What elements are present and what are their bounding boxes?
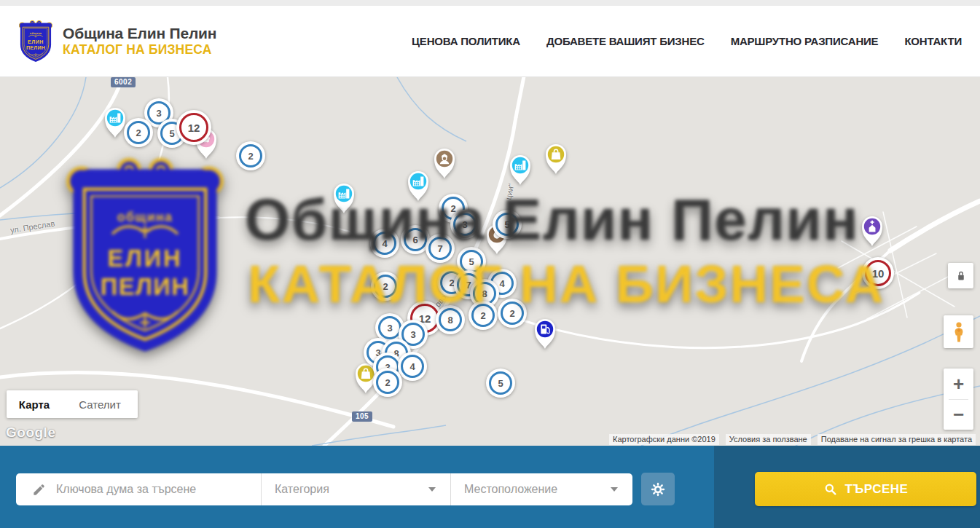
search-button[interactable]: ТЪРСЕНЕ bbox=[755, 472, 976, 506]
cluster-count: 4 bbox=[499, 278, 504, 289]
cluster-marker[interactable]: 2 bbox=[371, 272, 400, 301]
chevron-down-icon bbox=[611, 487, 618, 492]
cluster-count: 5 bbox=[469, 256, 474, 267]
church-pin[interactable] bbox=[858, 213, 887, 248]
cluster-marker[interactable]: 3 bbox=[450, 210, 479, 239]
nav-item-0[interactable]: ЦЕНОВА ПОЛИТИКА bbox=[412, 35, 520, 47]
map-canvas[interactable]: ул. Преславбул. „Новоселци“ции“ 6002105 bbox=[0, 77, 980, 446]
search-panel: Категория Местоположение bbox=[0, 446, 980, 528]
cluster-marker[interactable]: 5 bbox=[493, 210, 522, 239]
cluster-marker[interactable]: 5 bbox=[486, 369, 515, 398]
cluster-count: 6 bbox=[412, 235, 418, 245]
factory-pin[interactable] bbox=[506, 151, 535, 186]
cluster-count: 8 bbox=[482, 288, 487, 299]
attribution-link-2[interactable]: Подаване на сигнал за грешка в картата bbox=[818, 434, 976, 445]
bag-icon bbox=[541, 141, 571, 176]
advanced-search-button[interactable] bbox=[641, 473, 675, 505]
church-icon bbox=[858, 213, 887, 248]
factory-pin[interactable] bbox=[329, 180, 358, 215]
keyword-input[interactable] bbox=[56, 483, 238, 496]
cluster-count: 4 bbox=[382, 238, 387, 249]
cluster-marker[interactable]: 12 bbox=[176, 110, 211, 145]
search-button-label: ТЪРСЕНЕ bbox=[845, 482, 909, 497]
nav-item-2[interactable]: МАРШРУТНО РАЗПИСАНИЕ bbox=[731, 35, 879, 47]
cluster-marker[interactable]: 8 bbox=[436, 305, 465, 334]
cluster-marker[interactable]: 2 bbox=[498, 299, 527, 328]
cluster-count: 2 bbox=[480, 310, 485, 321]
cluster-marker[interactable]: 2 bbox=[124, 118, 153, 147]
nav-item-3[interactable]: КОНТАКТИ bbox=[904, 35, 962, 47]
keyword-section bbox=[16, 473, 261, 505]
category-select-value: Категория bbox=[275, 483, 329, 496]
cluster-marker[interactable]: 4 bbox=[398, 352, 427, 381]
pegman-icon bbox=[950, 321, 968, 343]
lock-button[interactable] bbox=[948, 263, 973, 288]
map-attribution: Картографски данни ©2019Условия за ползв… bbox=[609, 434, 976, 445]
map-type-satellite-button[interactable]: Сателит bbox=[62, 390, 138, 418]
cluster-count: 3 bbox=[387, 323, 392, 334]
cluster-count: 5 bbox=[504, 219, 509, 230]
site-subtitle: КАТАЛОГ НА БИЗНЕСА bbox=[63, 42, 216, 58]
cluster-count: 2 bbox=[383, 281, 388, 292]
factory-icon bbox=[506, 151, 535, 186]
cluster-count: 2 bbox=[385, 377, 390, 388]
cluster-marker[interactable]: 2 bbox=[236, 141, 265, 170]
road-badge: 105 bbox=[352, 411, 372, 422]
cluster-marker[interactable]: 2 bbox=[373, 368, 402, 397]
location-select-value: Местоположение bbox=[464, 483, 557, 496]
factory-icon bbox=[329, 180, 358, 215]
top-strip bbox=[0, 0, 980, 6]
attribution-text: Картографски данни ©2019 bbox=[609, 434, 719, 445]
main-nav: ЦЕНОВА ПОЛИТИКАДОБАВЕТЕ ВАШИЯТ БИЗНЕСМАР… bbox=[412, 35, 962, 47]
page: Община Елин Пелин КАТАЛОГ НА БИЗНЕСА ЦЕН… bbox=[0, 0, 980, 528]
map-type-control: Карта Сателит bbox=[7, 390, 138, 418]
map-type-map-button[interactable]: Карта bbox=[7, 390, 62, 418]
factory-icon bbox=[404, 168, 433, 202]
cluster-count: 3 bbox=[156, 108, 161, 119]
cluster-count: 7 bbox=[437, 243, 442, 254]
location-select[interactable]: Местоположение bbox=[451, 473, 632, 505]
worker-icon bbox=[430, 145, 459, 180]
google-logo[interactable]: Google bbox=[6, 425, 55, 441]
cluster-count: 2 bbox=[248, 151, 253, 162]
factory-pin[interactable] bbox=[404, 168, 433, 202]
cluster-count: 10 bbox=[872, 267, 885, 280]
fuel-pin[interactable] bbox=[530, 315, 560, 350]
cluster-count: 2 bbox=[450, 203, 455, 214]
pencil-icon bbox=[32, 483, 46, 497]
chevron-down-icon bbox=[428, 487, 436, 492]
lock-icon bbox=[954, 269, 968, 283]
cluster-count: 3 bbox=[462, 219, 467, 230]
site-title: Община Елин Пелин bbox=[63, 25, 216, 42]
gear-icon bbox=[650, 481, 666, 497]
cluster-marker[interactable]: 7 bbox=[426, 234, 455, 263]
cluster-marker[interactable]: 2 bbox=[469, 301, 498, 330]
municipality-crest-icon bbox=[17, 20, 54, 63]
category-select[interactable]: Категория bbox=[262, 473, 450, 505]
cluster-count: 12 bbox=[188, 122, 200, 134]
pegman-button[interactable] bbox=[944, 315, 973, 348]
search-icon bbox=[823, 482, 837, 496]
worker-pin[interactable] bbox=[430, 145, 459, 180]
cluster-count: 3 bbox=[410, 329, 415, 340]
attribution-link-1[interactable]: Условия за ползване bbox=[726, 434, 811, 445]
header: Община Елин Пелин КАТАЛОГ НА БИЗНЕСА ЦЕН… bbox=[0, 6, 980, 77]
site-logo[interactable]: Община Елин Пелин КАТАЛОГ НА БИЗНЕСА bbox=[17, 20, 216, 63]
fuel-icon bbox=[530, 315, 560, 350]
cluster-marker[interactable]: 4 bbox=[370, 229, 399, 258]
cluster-count: 5 bbox=[498, 378, 503, 389]
cluster-count: 8 bbox=[447, 315, 452, 326]
zoom-control: + − bbox=[944, 369, 973, 430]
search-bar: Категория Местоположение bbox=[16, 473, 632, 505]
road-badge: 6002 bbox=[111, 77, 136, 87]
bag-pin[interactable] bbox=[541, 141, 571, 176]
cluster-count: 2 bbox=[509, 308, 514, 319]
cluster-count: 5 bbox=[169, 128, 174, 139]
zoom-out-button[interactable]: − bbox=[944, 400, 973, 430]
cluster-marker[interactable]: 10 bbox=[862, 257, 894, 289]
nav-item-1[interactable]: ДОБАВЕТЕ ВАШИЯТ БИЗНЕС bbox=[546, 35, 705, 47]
zoom-in-button[interactable]: + bbox=[944, 369, 973, 399]
cluster-count: 2 bbox=[136, 127, 141, 138]
cluster-count: 4 bbox=[409, 361, 415, 372]
